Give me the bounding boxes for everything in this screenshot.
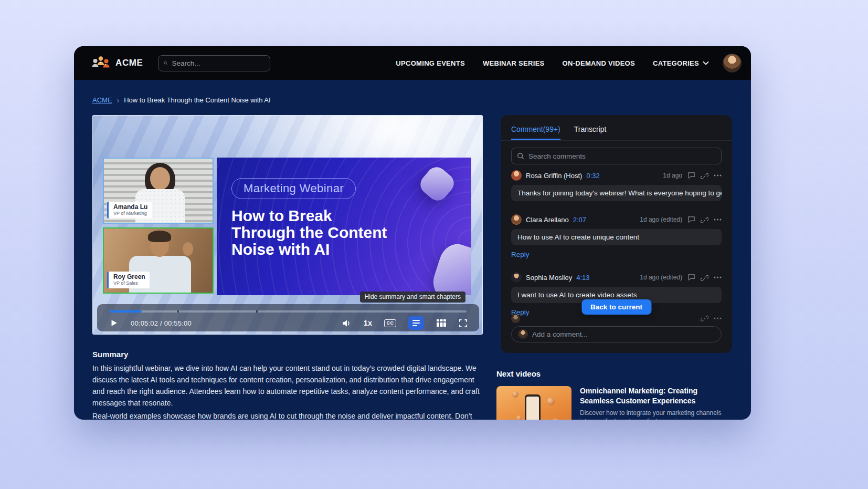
panel-tabs: Comment(99+) Transcript	[501, 115, 732, 141]
thumbnail-decoration	[547, 398, 555, 405]
next-video-thumbnail[interactable]	[496, 386, 571, 420]
comment-meta: 1d ago (edited)	[640, 274, 722, 282]
nav-link-webinar-series[interactable]: WEBINAR SERIES	[483, 59, 545, 67]
fullscreen-button[interactable]	[459, 319, 468, 328]
nav-link-on-demand-videos[interactable]: ON-DEMAND VIDEOS	[563, 59, 635, 67]
back-to-current-button[interactable]: Back to current	[581, 299, 651, 315]
controls-row: 00:05:02 / 00:55:00 1x CC	[110, 315, 468, 331]
copy-link-icon[interactable]	[701, 314, 708, 322]
page: ACME UPCOMING EVENTS WEBINAR SERIES ON-D…	[0, 0, 868, 489]
summary-paragraph: Real-world examples showcase how brands …	[92, 410, 484, 420]
reply-bubble-icon[interactable]	[687, 274, 695, 281]
speaker-hair	[148, 231, 171, 242]
commenter-avatar	[511, 272, 522, 283]
copy-link-icon[interactable]	[701, 172, 708, 180]
transcript-button[interactable]	[408, 316, 424, 330]
comment-timestamp-link[interactable]: 4:13	[576, 274, 589, 282]
slide-badge: Marketing Webinar	[231, 178, 356, 199]
speaker-name: Roy Green	[113, 273, 145, 280]
navbar-search[interactable]	[158, 55, 270, 71]
comment-item: Rosa Griffin (Host) 0:32 1d ago Thanks f…	[501, 170, 732, 201]
more-options-icon[interactable]	[714, 219, 722, 221]
chapter-marker	[256, 310, 258, 313]
chapters-button[interactable]	[436, 319, 447, 327]
comment-composer[interactable]	[511, 326, 722, 342]
comment-age: 1d ago (edited)	[640, 274, 682, 281]
volume-icon	[342, 319, 352, 328]
thumbnail-decoration	[516, 415, 522, 420]
tab-transcript[interactable]: Transcript	[574, 125, 607, 140]
user-avatar[interactable]	[723, 54, 742, 72]
comments-panel: Comment(99+) Transcript Rosa Griffin (Ho…	[501, 115, 732, 353]
next-video-title[interactable]: Omnichannel Marketing: Creating Seamless…	[580, 386, 733, 406]
breadcrumb: ACME › How to Break Through the Content …	[92, 96, 271, 104]
search-icon	[164, 59, 167, 67]
nav-links: UPCOMING EVENTS WEBINAR SERIES ON-DEMAND…	[396, 59, 709, 67]
speaker-video-roy: Roy Green VP of Sales	[103, 227, 214, 294]
more-options-icon[interactable]	[714, 317, 722, 319]
more-options-icon[interactable]	[714, 174, 722, 176]
captions-button[interactable]: CC	[384, 319, 396, 327]
slide-title: How to Break Through the Content Noise w…	[231, 207, 387, 258]
webinar-slide: Marketing Webinar How to Break Through t…	[217, 158, 471, 295]
search-input[interactable]	[172, 59, 264, 67]
comment-header: Sophia Mosiley 4:13 1d ago (edited)	[511, 272, 722, 283]
commenter-name: Clara Arellano	[526, 216, 569, 224]
commenter-avatar	[511, 170, 522, 181]
navbar: ACME UPCOMING EVENTS WEBINAR SERIES ON-D…	[74, 46, 751, 80]
controls-right: 1x CC	[342, 316, 468, 330]
reply-link[interactable]: Reply	[511, 251, 530, 258]
comment-input[interactable]	[532, 330, 715, 338]
playback-speed-button[interactable]: 1x	[364, 319, 372, 327]
slide-decoration-shape	[429, 240, 471, 295]
tab-comments[interactable]: Comment(99+)	[511, 125, 560, 140]
player-controls: 00:05:02 / 00:55:00 1x CC	[97, 304, 479, 331]
progress-bar[interactable]	[110, 310, 467, 313]
comments-search-input[interactable]	[528, 152, 716, 160]
reply-bubble-icon[interactable]	[687, 216, 695, 223]
comment-text: Thanks for joining today's webinar! What…	[511, 185, 722, 201]
breadcrumb-home-link[interactable]: ACME	[92, 96, 112, 104]
comments-search[interactable]	[511, 148, 722, 164]
thumbnail-decoration	[512, 391, 518, 398]
speaker-role: VP of Sales	[113, 280, 145, 286]
comment-meta: 1d ago (edited)	[640, 216, 722, 224]
search-icon	[517, 152, 524, 160]
summary-paragraph: In this insightful webinar, we dive into…	[92, 362, 484, 409]
summary-heading: Summary	[92, 350, 128, 359]
app-window: ACME UPCOMING EVENTS WEBINAR SERIES ON-D…	[74, 46, 751, 420]
comment-timestamp-link[interactable]: 2:07	[573, 216, 586, 224]
chapters-icon	[436, 319, 447, 327]
video-player[interactable]: Amanda Lu VP of Marketing Roy Green VP o…	[92, 115, 483, 335]
comment-age: 1d ago (edited)	[640, 216, 682, 223]
breadcrumb-current: How to Break Through the Content Noise w…	[124, 96, 270, 104]
play-button[interactable]	[110, 319, 118, 327]
copy-link-icon[interactable]	[701, 216, 708, 224]
brand-logo[interactable]: ACME	[91, 55, 143, 71]
comment-timestamp-link[interactable]: 0:32	[586, 172, 599, 180]
transcript-icon	[412, 319, 420, 327]
speaker-hand	[183, 242, 193, 256]
copy-link-icon[interactable]	[701, 274, 708, 282]
comment-item: Clara Arellano 2:07 1d ago (edited) How …	[501, 214, 732, 259]
commenter-avatar	[511, 314, 520, 323]
nav-link-categories[interactable]: CATEGORIES	[653, 59, 709, 67]
next-video-card[interactable]: Omnichannel Marketing: Creating Seamless…	[496, 386, 733, 420]
comment-age: 1d ago	[663, 172, 682, 179]
comment-actions	[687, 172, 722, 180]
my-avatar	[518, 329, 528, 339]
next-videos-heading: Next videos	[496, 369, 541, 378]
comment-actions	[687, 216, 722, 224]
thumbnail-phone-illustration	[525, 394, 541, 420]
player-tooltip: Hide summary and smart chapters	[360, 292, 465, 303]
speaker-face	[150, 167, 170, 190]
comment-actions	[701, 314, 722, 322]
time-display: 00:05:02 / 00:55:00	[131, 319, 192, 327]
volume-button[interactable]	[342, 319, 352, 328]
nav-link-upcoming-events[interactable]: UPCOMING EVENTS	[396, 59, 465, 67]
reply-bubble-icon[interactable]	[687, 172, 695, 179]
commenter-name: Rosa Griffin (Host)	[526, 172, 582, 180]
comment-actions	[687, 274, 722, 282]
breadcrumb-separator-icon: ›	[117, 97, 120, 104]
more-options-icon[interactable]	[714, 276, 722, 278]
